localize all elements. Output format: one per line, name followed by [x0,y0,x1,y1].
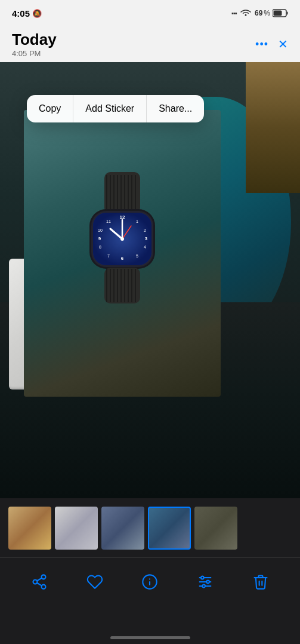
copy-menu-item[interactable]: Copy [27,95,73,122]
status-bar: 4:05 🔕 ▪▪▪ 69 % [0,0,300,26]
svg-text:9: 9 [98,236,101,241]
svg-rect-2 [274,11,282,16]
svg-text:3: 3 [145,236,148,241]
thumbnail-3[interactable] [101,507,144,550]
thumbnail-1[interactable] [8,507,51,550]
svg-point-32 [120,237,124,241]
svg-text:4: 4 [144,245,146,249]
svg-text:7: 7 [107,254,110,258]
header-title: Today [12,30,57,49]
status-icons: ▪▪▪ 69 % [231,8,288,19]
add-sticker-menu-item[interactable]: Add Sticker [73,95,147,122]
home-indicator [110,636,190,639]
svg-text:2: 2 [144,228,146,232]
context-menu: Copy Add Sticker Share... [27,95,204,122]
signal-icon: ▪▪▪ [231,10,237,17]
svg-point-50 [206,581,209,584]
clock: 4:05 [12,8,30,19]
action-bar [0,558,300,606]
wifi-icon [240,8,251,19]
svg-text:1: 1 [136,219,138,223]
close-button[interactable]: ✕ [278,37,288,51]
delete-button[interactable] [248,569,274,595]
favorite-button[interactable] [82,569,108,595]
share-menu-item[interactable]: Share... [147,95,204,122]
header-title-block: Today 4:05 PM [12,30,57,58]
svg-point-51 [202,585,205,588]
battery-icon: 69 % [255,9,288,17]
watch-image: 12 6 3 9 1 2 4 5 11 10 8 7 [24,110,221,397]
svg-rect-33 [104,268,140,303]
thumbnail-4-selected[interactable] [148,507,191,550]
svg-text:10: 10 [98,228,103,232]
svg-rect-3 [104,172,140,214]
svg-text:11: 11 [106,219,111,223]
header-actions: ••• ✕ [255,37,288,51]
photo-area: 12 6 3 9 1 2 4 5 11 10 8 7 [0,62,300,498]
thumbnail-strip [0,498,300,558]
thumbnail-2[interactable] [55,507,98,550]
mute-icon: 🔕 [32,9,42,18]
bottom-bar [0,498,300,644]
svg-text:6: 6 [121,256,124,261]
edit-button[interactable] [192,569,218,595]
svg-text:12: 12 [120,214,125,220]
header-subtitle: 4:05 PM [12,49,57,58]
svg-text:5: 5 [136,254,138,258]
share-button[interactable] [26,569,52,595]
more-button[interactable]: ••• [255,38,268,51]
svg-rect-1 [287,12,288,15]
header: Today 4:05 PM ••• ✕ [0,26,300,62]
thumbnail-5[interactable] [194,507,237,550]
svg-point-49 [201,576,204,579]
battery-level: 69 [255,9,262,17]
svg-text:8: 8 [99,245,101,249]
info-button[interactable] [137,569,163,595]
status-time: 4:05 🔕 [12,8,42,19]
